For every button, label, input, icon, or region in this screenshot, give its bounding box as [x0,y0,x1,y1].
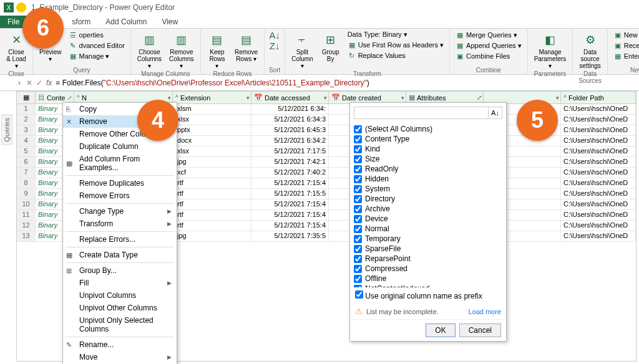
replace-values-button[interactable]: ↻Replace Values [346,50,446,60]
expand-option[interactable]: Size [354,154,502,164]
filter-icon[interactable]: ▾ [246,95,250,101]
new-source-button[interactable]: ▣New Source ▾ [612,30,639,40]
advanced-editor-button[interactable]: ✎dvanced Editor [67,41,127,50]
sort-az-icon[interactable]: A↓ [489,107,502,119]
row-num: 2 [17,115,36,125]
header-folder-path[interactable]: ᴬFolder Path [561,92,636,103]
combine-files-button[interactable]: ▣Combine Files [454,51,524,61]
expand-option[interactable]: Directory [354,194,502,204]
split-column-button[interactable]: ⫟Split Column ▾ [289,30,315,70]
ctx-fill[interactable]: Fill▶ [63,277,177,289]
ctx-move[interactable]: Move▶ [63,351,177,363]
cell-date-accessed: 5/12/2021 7:15:4 [251,199,329,209]
enter-data-button[interactable]: ▦Enter Data [612,51,639,61]
expand-option[interactable]: (Select All Columns) [354,124,502,134]
ctx-unpivot-other-columns[interactable]: Unpivot Other Columns [63,302,177,314]
context-menu: ⎘Copy✕RemoveRemove Other ColumnsDuplicat… [62,102,177,364]
first-row-headers-button[interactable]: ▦Use First Row as Headers ▾ [346,40,446,50]
expand-option[interactable]: Compressed [354,264,502,274]
ctx-transform[interactable]: Transform▶ [63,218,177,230]
expand-search-input[interactable] [354,107,489,119]
expand-option[interactable]: Content Type [354,134,502,144]
header-date-accessed[interactable]: 📅Date accessed▾ [251,92,329,103]
submenu-arrow-icon: ▶ [167,354,172,360]
header-extension[interactable]: ᴬExtension▾ [173,92,251,103]
formula-text[interactable]: = Folder.Files("C:\Users\hschi\OneDrive\… [56,79,369,87]
filter-icon[interactable]: ▾ [324,95,327,101]
filter-icon[interactable]: ▾ [556,95,559,101]
filter-icon[interactable]: ▾ [401,95,404,101]
merge-queries-button[interactable]: ▦Merge Queries ▾ [454,30,524,40]
ctx-icon: ▦ [66,251,75,259]
manage-button[interactable]: ▦Manage ▾ [67,51,127,61]
queries-chevron[interactable]: › [16,77,22,89]
expand-option[interactable]: Device [354,214,502,224]
append-queries-button[interactable]: ▦Append Queries ▾ [454,41,524,50]
ctx-rename-[interactable]: ✎Rename... [63,338,177,351]
ctx-create-data-type[interactable]: ▦Create Data Type [63,249,177,261]
close-load-icon: ✕ [7,31,25,49]
queries-pane-tab[interactable]: Queries [1,115,12,145]
filter-icon[interactable]: ▾ [168,95,171,101]
datatype-button[interactable]: Data Type: Binary ▾ [346,30,446,39]
row-num: 12 [17,221,36,231]
ctx-icon: ⎘ [66,105,75,113]
ctx-icon: ✕ [66,118,75,126]
tab-view[interactable]: View [154,16,185,28]
ctx-duplicate-column[interactable]: Duplicate Column [63,140,177,153]
row-num: 10 [17,199,36,209]
ok-button[interactable]: OK [426,323,455,337]
expand-option[interactable]: Kind [354,144,502,154]
sort-desc-button[interactable]: Z↓ [268,41,281,50]
expand-option[interactable]: System [354,184,502,194]
expand-option[interactable]: Offline [354,274,502,284]
expand-record-icon[interactable]: ⤢ [477,94,482,101]
ctx-unpivot-only-selected-columns[interactable]: Unpivot Only Selected Columns [63,314,177,335]
tab-transform[interactable]: sform [64,16,98,28]
ctx-remove-errors[interactable]: Remove Errors [63,189,177,202]
gear-icon: ⚙ [582,31,599,49]
load-more-link[interactable]: Load more [468,308,501,315]
expand-option[interactable]: Temporary [354,234,502,244]
append-icon: ▦ [456,41,464,50]
row-num: 8 [17,178,36,188]
ctx-unpivot-columns[interactable]: Unpivot Columns [63,289,177,302]
cell-date-accessed: 5/12/2021 6:34:3 [251,115,329,125]
choose-columns-button[interactable]: ▥Choose Columns ▾ [135,30,164,70]
expand-icon[interactable]: ⤢ [67,95,72,101]
callout-4: 4 [137,100,178,141]
cell-date-accessed: 5/12/2021 7:17:5 [251,146,329,156]
row-num: 7 [17,168,36,178]
ctx-replace-errors-[interactable]: Replace Errors... [63,233,177,246]
sort-asc-button[interactable]: A↓ [268,30,281,40]
expand-option[interactable]: Archive [354,204,502,214]
cell-ext: .xlsm [173,104,251,114]
manage-parameters-button[interactable]: ◧Manage Parameters ▾ [532,30,569,70]
ctx-add-column-from-examples-[interactable]: ▦Add Column From Examples... [63,153,177,174]
recent-sources-button[interactable]: ▣Recent Sources ▾ [612,41,639,50]
expand-option[interactable]: ReparsePoint [354,254,502,264]
cancel-button[interactable]: Cancel [459,323,501,337]
cell-date-accessed: 5/12/2021 7:15:4 [251,221,329,231]
header-rownum[interactable]: ▦ [17,92,36,103]
keep-rows-button[interactable]: ▤Keep Rows ▾ [205,30,230,70]
expand-option[interactable]: Hidden [354,174,502,184]
cell-ext: .rtf [173,221,251,231]
properties-button[interactable]: ☰operties [67,30,127,40]
formula-accept[interactable]: ✓ [36,79,42,87]
expand-option[interactable]: ReadOnly [354,164,502,174]
ctx-remove-duplicates[interactable]: Remove Duplicates [63,177,177,189]
remove-columns-button[interactable]: ▥Remove Columns ▾ [167,30,197,70]
formula-cancel[interactable]: ✕ [26,79,32,87]
ctx-group-by-[interactable]: ⊞Group By... [63,264,177,277]
ctx-change-type[interactable]: Change Type▶ [63,205,177,218]
use-prefix-checkbox[interactable]: Use original column name as prefix [355,292,482,300]
warn-text: List may be incomplete. [366,308,439,315]
group-by-button[interactable]: ⊞Group By [318,30,343,64]
replace-icon: ↻ [348,51,356,60]
tab-add-column[interactable]: Add Column [98,16,154,28]
remove-rows-button[interactable]: ▤Remove Rows ▾ [232,30,260,64]
data-source-settings-button[interactable]: ⚙Data source settings [577,30,603,70]
expand-option[interactable]: SparseFile [354,244,502,254]
expand-option[interactable]: Normal [354,224,502,234]
